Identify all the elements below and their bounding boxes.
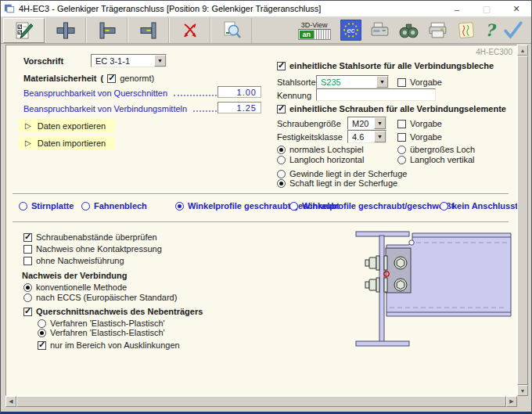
kennung-input[interactable] bbox=[316, 88, 436, 101]
maximize-button[interactable]: ▢ bbox=[472, 1, 501, 17]
stirnplatte-label[interactable]: Stirnplatte bbox=[31, 201, 74, 211]
copy-button[interactable] bbox=[369, 20, 390, 41]
title-bar: 4H-EC3 - Gelenkiger Trägeranschluss [Pos… bbox=[1, 1, 531, 17]
langloch-horizontal-label[interactable]: Langloch horizontal bbox=[289, 155, 364, 164]
elastisch-elastisch-radio[interactable] bbox=[38, 329, 46, 337]
schaft-scherfuge-label[interactable]: Schaft liegt in der Scherfuge bbox=[289, 178, 397, 188]
festigkeitsklasse-label: Festigkeitsklasse bbox=[277, 132, 343, 142]
stirnplatte-radio[interactable] bbox=[19, 202, 27, 211]
querschnitt-checkbox[interactable] bbox=[23, 308, 32, 316]
konventionell-label[interactable]: konventionelle Methode bbox=[36, 283, 127, 292]
input-edit-button[interactable] bbox=[3, 18, 45, 43]
chevron-down-icon[interactable] bbox=[374, 131, 386, 142]
gamma-row-label: Beanspruchbarkeit von Querschnitten bbox=[23, 88, 167, 98]
connection-right-icon bbox=[138, 20, 159, 41]
uebergross-radio[interactable] bbox=[397, 146, 406, 154]
schraubenabstaende-label[interactable]: Schraubenabstände überprüfen bbox=[36, 232, 157, 242]
view3d-toggle[interactable]: 3D-View an bbox=[298, 21, 331, 40]
connection-right-button[interactable] bbox=[128, 18, 169, 43]
bolt bbox=[365, 278, 387, 292]
querschnitt-header[interactable]: Querschnittsnachweis des Nebenträgers bbox=[36, 307, 203, 316]
winkel-geschweisst-radio[interactable] bbox=[289, 202, 298, 211]
stahl-header-checkbox[interactable] bbox=[277, 62, 286, 70]
minimize-button[interactable]: – bbox=[442, 1, 472, 17]
scroll-down-icon[interactable]: ▼ bbox=[517, 385, 528, 396]
festigkeitsklasse-dropdown[interactable]: 4.6 bbox=[347, 130, 386, 143]
kein-anschlusstyp-radio[interactable] bbox=[440, 202, 448, 211]
export-label: Daten exportieren bbox=[38, 121, 106, 131]
eccs-radio[interactable] bbox=[23, 293, 32, 302]
eccs-label[interactable]: nach ECCS (Europäischer Standard) bbox=[36, 293, 177, 302]
schraubenabstaende-checkbox[interactable] bbox=[23, 233, 32, 242]
chevron-down-icon[interactable] bbox=[154, 55, 166, 67]
scroll-up-icon[interactable]: ▲ bbox=[517, 45, 528, 56]
schrauben-header-checkbox[interactable] bbox=[277, 105, 286, 113]
vertical-scroll-thumb[interactable] bbox=[517, 56, 528, 385]
stahl-header-label[interactable]: einheitliche Stahlsorte für alle Verbind… bbox=[289, 61, 494, 70]
export-data-button[interactable]: ▷ Daten exportieren bbox=[19, 119, 115, 132]
binoculars-icon[interactable] bbox=[398, 20, 419, 41]
kontaktpressung-label[interactable]: Nachweis ohne Kontaktpressung bbox=[36, 244, 162, 254]
help-button[interactable]: ? bbox=[485, 20, 494, 41]
genormt-checkbox[interactable] bbox=[107, 74, 116, 83]
fahnenblech-label[interactable]: Fahnenblech bbox=[94, 201, 147, 211]
chevron-down-icon[interactable] bbox=[376, 76, 388, 88]
festigkeit-vorgabe-label[interactable]: Vorgabe bbox=[410, 132, 442, 142]
chevron-down-icon[interactable] bbox=[374, 117, 386, 129]
gewinde-scherfuge-label[interactable]: Gewinde liegt in der Scherfuge bbox=[289, 169, 407, 178]
elastisch-plastisch-radio[interactable] bbox=[38, 319, 46, 328]
schrauben-header-label[interactable]: einheitliche Schrauben für alle Verbindu… bbox=[289, 104, 506, 113]
gewinde-scherfuge-radio[interactable] bbox=[277, 170, 286, 178]
winkel-geschraubt-radio[interactable] bbox=[175, 202, 184, 211]
ausklinkung-label[interactable]: nur im Bereich von Ausklinkungen bbox=[50, 340, 180, 350]
eurocode-ec-button[interactable]: ec bbox=[340, 20, 361, 41]
stahlsorte-dropdown[interactable]: S235 bbox=[316, 75, 389, 88]
festigkeit-vorgabe-checkbox[interactable] bbox=[397, 133, 406, 142]
groesse-vorgabe-checkbox[interactable] bbox=[397, 120, 406, 128]
gamma-m2-field[interactable]: 1.25 bbox=[217, 102, 261, 113]
gamma-m0-field[interactable]: 1.00 bbox=[217, 86, 261, 98]
loads-button[interactable] bbox=[169, 18, 210, 43]
app-window: 4H-EC3 - Gelenkiger Trägeranschluss [Pos… bbox=[0, 0, 532, 414]
elastisch-plastisch-label[interactable]: Verfahren 'Elastisch-Plastisch' bbox=[50, 319, 165, 328]
schraubengroesse-dropdown[interactable]: M20 bbox=[347, 117, 386, 130]
uebergross-label[interactable]: übergroßes Loch bbox=[410, 145, 475, 154]
stahl-vorgabe-label[interactable]: Vorgabe bbox=[410, 77, 442, 87]
ohne-nachweis-label[interactable]: ohne Nachweisführung bbox=[36, 256, 124, 265]
kontaktpressung-checkbox[interactable] bbox=[23, 245, 32, 254]
winkel-geschweisst-label[interactable]: Winkelprofile geschraubt/geschweißt bbox=[302, 201, 454, 211]
print-button[interactable] bbox=[427, 20, 448, 41]
ausklinkung-checkbox[interactable] bbox=[38, 341, 46, 350]
ohne-nachweis-checkbox[interactable] bbox=[23, 257, 32, 265]
vertical-scrollbar[interactable]: ▲ ▼ bbox=[517, 45, 528, 396]
langloch-vertikal-label[interactable]: Langloch vertikal bbox=[410, 155, 475, 164]
view3d-label: 3D-View bbox=[298, 21, 331, 29]
langloch-vertikal-radio[interactable] bbox=[397, 156, 406, 164]
konventionell-radio[interactable] bbox=[23, 283, 32, 292]
scroll-left-icon[interactable]: ◀ bbox=[5, 396, 16, 407]
schaft-scherfuge-radio[interactable] bbox=[277, 179, 286, 188]
connection-left-button[interactable] bbox=[86, 18, 128, 43]
preview-button[interactable] bbox=[210, 18, 252, 43]
horizontal-scrollbar[interactable]: ◀ ▶ bbox=[5, 396, 517, 407]
lochspiel-label[interactable]: normales Lochspiel bbox=[289, 145, 364, 154]
langloch-horizontal-radio[interactable] bbox=[277, 156, 286, 164]
ec-label: ec bbox=[347, 27, 354, 34]
groesse-vorgabe-label[interactable]: Vorgabe bbox=[410, 119, 442, 128]
scrollbar-corner bbox=[517, 396, 528, 407]
genormt-label[interactable]: genormt) bbox=[120, 74, 154, 83]
divider bbox=[13, 193, 509, 195]
horizontal-scroll-thumb[interactable] bbox=[16, 396, 506, 407]
notes-button[interactable] bbox=[456, 20, 477, 41]
close-button[interactable]: ✕ bbox=[501, 1, 531, 17]
elastisch-elastisch-label[interactable]: Verfahren 'Elastisch-Elastisch' bbox=[50, 328, 165, 337]
import-data-button[interactable]: ▷ Daten importieren bbox=[19, 136, 115, 149]
fahnenblech-radio[interactable] bbox=[81, 202, 90, 211]
confirm-check-button[interactable] bbox=[502, 20, 523, 41]
girder-both-sides-button[interactable] bbox=[45, 18, 86, 43]
scroll-right-icon[interactable]: ▶ bbox=[506, 396, 517, 407]
lochspiel-radio[interactable] bbox=[277, 146, 286, 154]
vorschrift-dropdown[interactable]: EC 3-1-1 bbox=[91, 54, 167, 67]
stahl-vorgabe-checkbox[interactable] bbox=[397, 78, 406, 87]
module-code: 4H-EC300 bbox=[476, 48, 512, 56]
